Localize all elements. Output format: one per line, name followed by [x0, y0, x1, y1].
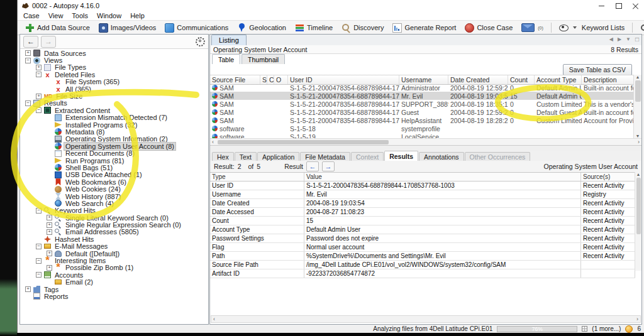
- expand-toggle-icon[interactable]: +: [36, 65, 42, 70]
- task-list-icon[interactable]: [582, 326, 587, 332]
- expand-toggle-icon[interactable]: −: [36, 107, 42, 113]
- tree-item-web-bookmarks-6[interactable]: Web Bookmarks (6): [21, 178, 208, 185]
- menu-case[interactable]: Case: [23, 12, 40, 19]
- tab-table[interactable]: Table: [212, 54, 240, 64]
- scrollbar-thumb[interactable]: [636, 178, 641, 234]
- tree-item-extension-mismatch-detected-7[interactable]: Extension Mismatch Detected (7): [21, 114, 208, 121]
- float-window-icon[interactable]: [635, 36, 639, 43]
- table-row[interactable]: SAMS-1-5-21-2000478354-688789844-1708537…: [210, 84, 634, 92]
- tree-item-email-2[interactable]: Email (2): [21, 279, 208, 286]
- scroll-down-icon[interactable]: ▼: [636, 134, 640, 138]
- scrollbar-thumb[interactable]: [218, 140, 389, 144]
- tree-item-operating-system-information-2[interactable]: Operating System Information (2): [21, 136, 208, 143]
- tab-thumbnail[interactable]: Thumbnail: [242, 54, 285, 64]
- details-row[interactable]: UsernameMr. EvilRegistry: [210, 190, 635, 199]
- details-row[interactable]: Path%SystemDrive%\Documents and Settings…: [210, 252, 635, 261]
- details-row[interactable]: Source File Path/img_4Dell Latitude CPi.…: [210, 261, 635, 269]
- save-table-csv-button[interactable]: Save Table as CSV: [563, 64, 632, 75]
- scroll-up-icon[interactable]: ▲: [636, 172, 641, 176]
- column-header-account-type[interactable]: Account Type: [535, 75, 582, 84]
- tree-item-e-mail-messages[interactable]: −E-Mail Messages: [21, 243, 208, 250]
- table-row[interactable]: SAMS-1-5-21-2000478354-688789844-1708537…: [210, 92, 634, 100]
- table-row[interactable]: softwareS-1-5-18systemprofile: [210, 124, 634, 133]
- close-case-button[interactable]: Close Case: [460, 21, 517, 35]
- column-header-date-created[interactable]: Date Created: [448, 75, 508, 84]
- tree-item-web-search-4[interactable]: Web Search (4): [21, 200, 208, 207]
- discovery-button[interactable]: Discovery: [337, 21, 388, 35]
- details-horizontal-scrollbar[interactable]: ‹ ›: [211, 315, 641, 323]
- keyword-lists-button[interactable]: Keyword Lists: [555, 21, 629, 35]
- table-row[interactable]: SAMS-1-5-21-2000478354-688789844-1708537…: [210, 116, 634, 124]
- scroll-up-icon[interactable]: ▲: [636, 75, 640, 79]
- tree-item-web-cookies-24[interactable]: Web Cookies (24): [21, 185, 208, 192]
- details-row[interactable]: Artifact ID-9223372036854774872: [210, 269, 635, 278]
- tree-item-usb-device-attached-1[interactable]: USB Device Attached (1): [21, 171, 208, 178]
- tree-item-results[interactable]: −Results: [21, 100, 208, 107]
- scrollbar-thumb[interactable]: [635, 80, 641, 102]
- scroll-right-icon[interactable]: ›: [636, 139, 641, 145]
- column-header-source-file[interactable]: Source File: [210, 75, 260, 84]
- tree-item-operating-system-user-account-8[interactable]: Operating System User Account (8): [21, 143, 208, 149]
- progress-bar[interactable]: 76%: [497, 326, 577, 332]
- forward-button[interactable]: [41, 36, 56, 48]
- details-row[interactable]: FlagNormal user accountRecent Activity: [210, 243, 635, 252]
- tree-item-shell-bags-51[interactable]: Shell Bags (51): [21, 164, 208, 171]
- maximize-button[interactable]: [610, 0, 627, 11]
- expand-toggle-icon[interactable]: +: [47, 265, 52, 271]
- details-row[interactable]: User IDS-1-5-21-2000478354-688789844-170…: [210, 182, 635, 190]
- details-row[interactable]: Count15Recent Activity: [210, 217, 635, 225]
- expand-toggle-icon[interactable]: +: [25, 286, 31, 292]
- ingest-jobs-icon[interactable]: [625, 325, 633, 333]
- images-videos-button[interactable]: Images/Videos: [94, 21, 161, 35]
- expand-toggle-icon[interactable]: +: [47, 222, 52, 228]
- tree-item-installed-programs-32[interactable]: Installed Programs (32): [21, 121, 208, 128]
- menu-view[interactable]: View: [48, 12, 64, 19]
- minimize-button[interactable]: [593, 0, 610, 11]
- expand-toggle-icon[interactable]: +: [36, 94, 42, 99]
- expand-toggle-icon[interactable]: −: [36, 272, 42, 278]
- details-row[interactable]: Date Accessed2004-08-27 11:08:23Recent A…: [210, 208, 635, 217]
- communications-button[interactable]: Communications: [160, 21, 233, 35]
- menu-tools[interactable]: Tools: [72, 12, 88, 19]
- scroll-left-icon[interactable]: ‹: [211, 317, 217, 322]
- keyword-search-button[interactable]: Keyword Search: [636, 21, 644, 35]
- tree-item-recent-documents-8[interactable]: Recent Documents (8): [21, 149, 208, 156]
- previous-result-button[interactable]: ←: [306, 161, 319, 171]
- column-header-count[interactable]: Count: [508, 75, 535, 84]
- back-button[interactable]: [23, 36, 38, 48]
- tab-text[interactable]: Text: [235, 152, 257, 161]
- table-row[interactable]: SAMS-1-5-21-2000478354-688789844-1708537…: [210, 100, 634, 108]
- tab-results[interactable]: Results: [384, 151, 418, 161]
- details-header-type[interactable]: Type: [210, 173, 304, 181]
- add-data-source-button[interactable]: Add Data Source: [21, 21, 94, 35]
- timeline-button[interactable]: Timeline: [291, 21, 337, 35]
- tree-item-deleted-files[interactable]: −xDeleted Files: [21, 71, 208, 78]
- tab-list-icon[interactable]: [626, 37, 631, 42]
- tree-item-data-sources[interactable]: +Data Sources: [21, 50, 208, 57]
- tree-item-metadata-8[interactable]: Metadata (8): [21, 128, 208, 135]
- scroll-right-icon[interactable]: ›: [635, 317, 640, 322]
- more-tasks-link[interactable]: (1 more...): [592, 325, 621, 332]
- scroll-right-icon[interactable]: [618, 37, 621, 42]
- gear-icon[interactable]: [196, 37, 205, 46]
- details-row[interactable]: Account TypeDefault Admin UserRecent Act…: [210, 225, 635, 234]
- column-header-o[interactable]: O: [274, 75, 288, 84]
- table-horizontal-scrollbar[interactable]: ‹ ›: [210, 138, 641, 145]
- expand-toggle-icon[interactable]: −: [25, 100, 31, 106]
- tree-item-interesting-items[interactable]: −*Interesting Items: [21, 257, 208, 264]
- column-header-description[interactable]: Description: [582, 75, 634, 84]
- expand-toggle-icon[interactable]: −: [36, 208, 42, 214]
- tab-hex[interactable]: Hex: [212, 152, 234, 161]
- tree-item-file-system-365[interactable]: xFile System (365): [21, 79, 208, 85]
- details-header-source-s[interactable]: Source(s): [581, 173, 635, 181]
- tab-file-metadata[interactable]: File Metadata: [300, 152, 350, 161]
- column-header-user-id[interactable]: User ID: [288, 75, 399, 84]
- tab-application[interactable]: Application: [257, 152, 299, 161]
- tree-item-views[interactable]: −Views: [21, 57, 208, 63]
- tree-item-accounts[interactable]: −Accounts: [21, 271, 208, 278]
- column-header-username[interactable]: Username: [399, 75, 448, 84]
- expand-toggle-icon[interactable]: +: [47, 229, 52, 235]
- expand-toggle-icon[interactable]: −: [36, 258, 42, 264]
- close-button[interactable]: [627, 0, 644, 11]
- tree-item-tags[interactable]: +Tags: [21, 286, 208, 293]
